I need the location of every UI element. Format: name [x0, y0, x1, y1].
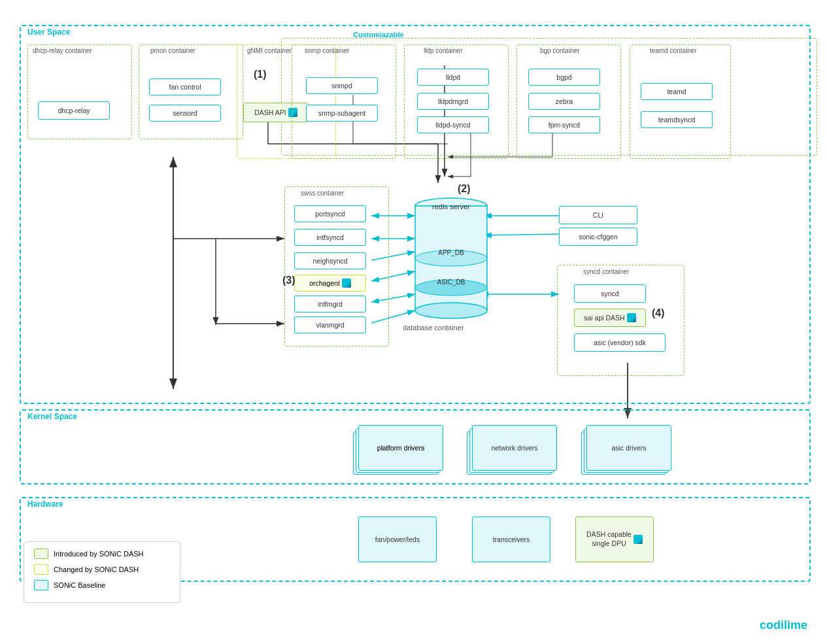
swss-container-label: swss container	[301, 190, 344, 197]
legend-introduced-text: Introduced by SONiC DASH	[54, 550, 144, 558]
intfmgrd-box: intfmgrd	[294, 296, 366, 313]
zebra-box: zebra	[528, 93, 600, 110]
gnmi-container-label: gNMI container	[247, 47, 292, 54]
vlanmgrd-box: vlanmgrd	[294, 316, 366, 333]
number-4-label: (4)	[652, 307, 665, 319]
legend-changed: Changed by SONiC DASH	[34, 564, 170, 575]
sai-api-dash-cube-icon	[627, 313, 636, 322]
platform-drivers-text: platform drivers	[377, 444, 424, 452]
svg-text:redis server: redis server	[432, 203, 470, 211]
diagram-container: User Space Customiazable dhcp-relay cont…	[0, 0, 827, 644]
fpm-syncd-box: fpm-syncd	[528, 116, 600, 133]
legend-changed-text: Changed by SONiC DASH	[54, 566, 139, 573]
number-3-label: (3)	[282, 275, 295, 286]
number-1-label: (1)	[254, 69, 267, 80]
hardware-label: Hardware	[27, 500, 63, 509]
user-space-label: User Space	[27, 27, 70, 37]
legend-baseline: SONiC Baseline	[34, 580, 170, 590]
syncd-box: syncd	[574, 284, 646, 303]
lldpd-syncd-box: lldpd-syncd	[417, 116, 489, 133]
snmpd-box: snmpd	[306, 77, 378, 94]
dash-capable-dpu-cube-icon	[633, 535, 643, 544]
snmp-subagent-box: snmp-subagent	[306, 105, 378, 122]
sai-api-dash-label: sai api DASH	[584, 314, 624, 322]
legend-baseline-text: SONiC Baseline	[54, 581, 105, 589]
teamdsyncd-box: teamdsyncd	[641, 111, 713, 128]
teamd-box: teamd	[641, 83, 713, 100]
asic-vendor-sdk-box: asic (vendor) sdk	[574, 333, 666, 352]
logo-prefix: codi	[760, 619, 784, 632]
dash-capable-dpu-box: DASH capablesingle DPU	[575, 517, 654, 562]
kernel-space-label: Kernel Space	[27, 412, 77, 421]
bgp-container-label: bgp container	[540, 47, 580, 54]
lldpd-box: lldpd	[417, 69, 489, 86]
lldp-container-label: lldp container	[424, 47, 462, 54]
orchagent-label: orchagent	[309, 279, 340, 287]
legend-green-box	[34, 549, 48, 559]
asic-drivers-label: asic drivers	[586, 425, 671, 471]
logo-suffix: lime	[784, 619, 807, 632]
orchagent-cube-icon	[342, 279, 351, 288]
syncd-container-label: syncd container	[583, 268, 629, 275]
legend: Introduced by SONiC DASH Changed by SONi…	[24, 541, 180, 603]
network-drivers-text: network drivers	[491, 444, 537, 452]
dhcp-relay-container-region	[27, 44, 132, 139]
svg-text:APP_DB: APP_DB	[438, 249, 464, 256]
database-container-label: database container	[403, 324, 464, 331]
teamd-container-label: teamd container	[650, 47, 697, 54]
sai-api-dash-box: sai api DASH	[574, 309, 646, 327]
platform-drivers-label: platform drivers	[358, 425, 443, 471]
dhcp-relay-box: dhcp-relay	[38, 101, 110, 120]
sonic-cfggen-box: sonic-cfggen	[559, 228, 637, 246]
legend-yellow-box	[34, 564, 48, 575]
codilime-logo: codilime	[760, 619, 807, 632]
svg-point-32	[415, 303, 487, 318]
pmon-container-label: pmon container	[150, 47, 195, 54]
svg-text:ASIC_DB: ASIC_DB	[437, 279, 465, 286]
network-drivers-label: network drivers	[472, 425, 557, 471]
portsyncd-box: portsyncd	[294, 205, 366, 222]
orchagent-box: orchagent	[294, 275, 366, 292]
redis-cylinder-svg: redis server APP_DB ASIC_DB	[412, 193, 490, 324]
teamd-container-region	[630, 44, 731, 159]
bgpd-box: bgpd	[528, 69, 600, 86]
snmp-container-region	[292, 44, 396, 159]
intfsyncd-box: intfsyncd	[294, 229, 366, 246]
legend-introduced: Introduced by SONiC DASH	[34, 549, 170, 559]
sensord-box: sensord	[149, 105, 221, 122]
lldpdmgrd-box: lldpdmgrd	[417, 93, 489, 110]
fan-control-box: fan control	[149, 78, 221, 95]
cli-box: CLI	[559, 206, 637, 224]
fan-power-leds-box: fan/power/leds	[358, 517, 437, 562]
dash-api-label: DASH API	[254, 109, 286, 116]
snmp-container-label: snmp container	[305, 47, 349, 54]
dhcp-relay-container-label: dhcp-relay container	[33, 47, 92, 54]
asic-drivers-text: asic drivers	[611, 444, 646, 452]
neighsyncd-box: neighsyncd	[294, 252, 366, 269]
dash-capable-dpu-label: DASH capablesingle DPU	[586, 530, 632, 548]
legend-cyan-box	[34, 580, 48, 590]
transceivers-box: transceivers	[472, 517, 550, 562]
